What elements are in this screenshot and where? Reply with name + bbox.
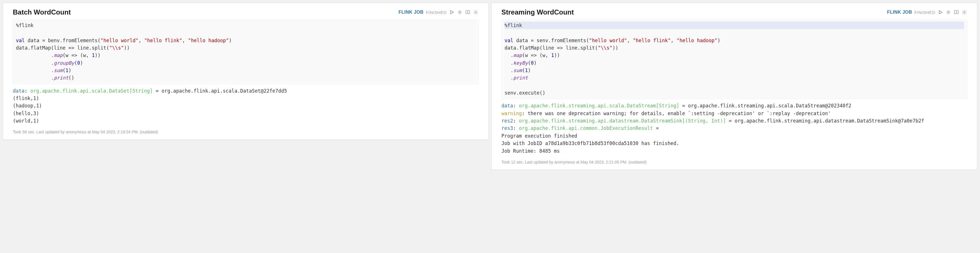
gear-icon[interactable]	[473, 10, 479, 15]
code-editor[interactable]: %flink val data = benv.fromElements("hel…	[13, 20, 479, 84]
flink-job-label: FLINK JOB	[399, 10, 424, 15]
output-block: data: org.apache.flink.streaming.api.sca…	[501, 102, 967, 154]
gear-icon[interactable]	[961, 10, 967, 15]
svg-point-17	[964, 12, 965, 13]
output-res3-label: res3	[501, 126, 513, 131]
panel-title: Streaming WordCount	[501, 8, 574, 16]
collapse-icon[interactable]	[457, 10, 463, 15]
output-tail: Program execution finished Job with JobI…	[501, 133, 679, 154]
interpreter-line: %flink	[504, 22, 964, 29]
output-warn-label: warning	[501, 111, 522, 116]
interpreter-line: %flink	[16, 22, 33, 28]
svg-marker-15	[939, 11, 942, 14]
panel-toolbar: FLINK JOB FINISHED	[881, 10, 967, 15]
footer-note: Took 12 sec. Last updated by anonymous a…	[501, 160, 967, 164]
output-data-type: org.apache.flink.api.scala.DataSet[Strin…	[30, 88, 153, 94]
book-icon[interactable]	[953, 10, 959, 15]
streaming-wordcount-panel: Streaming WordCount FLINK JOB FINISHED	[492, 3, 977, 170]
book-icon[interactable]	[465, 10, 471, 15]
panel-header: Batch WordCount FLINK JOB FINISHED	[13, 8, 479, 16]
output-res2-label: res2	[501, 118, 513, 124]
flink-job-label: FLINK JOB	[887, 10, 912, 15]
footer-note: Took 56 sec. Last updated by anonymous a…	[13, 130, 479, 134]
code-editor[interactable]: %flink val data = senv.fromElements("hel…	[501, 20, 967, 99]
list-icon	[393, 10, 398, 15]
list-icon	[881, 10, 886, 15]
output-data-type: org.apache.flink.streaming.api.scala.Dat…	[519, 103, 679, 108]
flink-job-link[interactable]: FLINK JOB	[393, 10, 424, 15]
panel-header: Streaming WordCount FLINK JOB FINISHED	[501, 8, 967, 16]
run-button[interactable]	[449, 10, 455, 15]
panel-toolbar: FLINK JOB FINISHED	[393, 10, 479, 15]
svg-marker-6	[451, 11, 454, 14]
status-badge: FINISHED	[426, 10, 447, 15]
batch-wordcount-panel: Batch WordCount FLINK JOB FINISHED	[3, 3, 488, 140]
status-badge: FINISHED	[915, 10, 935, 15]
panel-title: Batch WordCount	[13, 8, 71, 16]
output-block: data: org.apache.flink.api.scala.DataSet…	[13, 87, 479, 125]
output-rows: (flink,1) (hadoop,1) (hello,3) (world,1)	[13, 95, 42, 124]
output-data-label: data	[13, 88, 24, 94]
run-button[interactable]	[937, 10, 943, 15]
flink-job-link[interactable]: FLINK JOB	[881, 10, 912, 15]
svg-point-8	[475, 12, 477, 13]
collapse-icon[interactable]	[945, 10, 951, 15]
output-data-label: data	[501, 103, 513, 108]
